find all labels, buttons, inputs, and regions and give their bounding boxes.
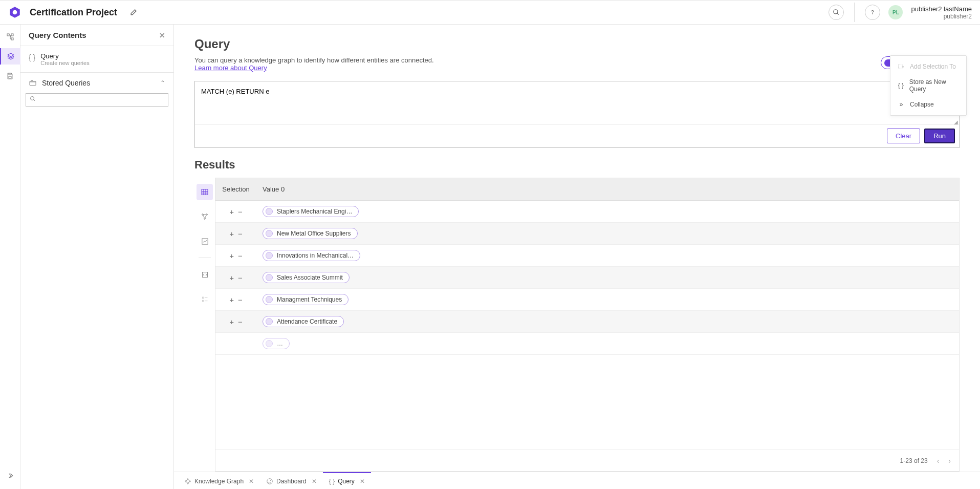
svg-point-30: [187, 482, 188, 483]
tab-label: Query: [338, 478, 355, 485]
page-prev-icon[interactable]: ‹: [937, 457, 940, 465]
stored-queries-header[interactable]: Stored Queries ⌃: [20, 73, 173, 93]
stored-queries-search-input[interactable]: [26, 93, 168, 107]
popover-store-query-label: Store as New Query: [909, 78, 959, 93]
selection-cell: +−: [215, 201, 256, 223]
project-title: Certification Project: [30, 7, 117, 18]
add-icon[interactable]: +: [229, 317, 234, 326]
entity-pill[interactable]: Managment Techniques: [263, 294, 349, 305]
braces-icon: { }: [329, 478, 335, 485]
sidebar-item-query[interactable]: { } Query Create new queries: [20, 46, 173, 73]
sidebar-panel: Query Contents ✕ { } Query Create new qu…: [20, 25, 174, 489]
entity-label: Managment Techniques: [277, 296, 342, 303]
divider: [854, 3, 855, 22]
close-icon[interactable]: ✕: [312, 478, 317, 485]
entity-dot-icon: [266, 340, 273, 347]
tab-label: Dashboard: [276, 478, 307, 485]
dashboard-icon: [266, 478, 273, 485]
remove-icon[interactable]: −: [238, 229, 243, 238]
add-icon[interactable]: +: [229, 229, 234, 238]
close-icon[interactable]: ✕: [360, 478, 365, 485]
rail-item-save[interactable]: [2, 68, 18, 84]
edit-icon[interactable]: [129, 9, 137, 16]
svg-rect-8: [9, 73, 11, 74]
entity-dot-icon: [266, 230, 273, 237]
column-header-value0: Value 0: [256, 178, 959, 201]
remove-icon[interactable]: −: [238, 295, 243, 304]
learn-more-link[interactable]: Learn more about Query: [194, 64, 267, 72]
view-table-icon[interactable]: [197, 184, 213, 200]
results-title: Results: [194, 158, 960, 172]
entity-pill[interactable]: Attendance Certificate: [263, 316, 344, 327]
svg-rect-24: [202, 300, 204, 302]
left-rail: [0, 25, 20, 489]
tab-dashboard[interactable]: Dashboard✕: [260, 472, 323, 490]
table-footer: 1-23 of 23 ‹ ›: [215, 450, 959, 471]
clear-button[interactable]: Clear: [887, 129, 920, 143]
add-icon[interactable]: +: [229, 207, 234, 216]
remove-icon[interactable]: −: [238, 207, 243, 216]
search-icon: [30, 96, 36, 102]
tab-label: Knowledge Graph: [194, 478, 244, 485]
rail-item-tree[interactable]: [2, 29, 18, 45]
add-icon[interactable]: +: [229, 251, 234, 260]
selection-cell: +−: [215, 267, 256, 289]
collapse-icon: »: [898, 101, 905, 108]
entity-label: Sales Associate Summit: [277, 274, 343, 281]
run-button[interactable]: Run: [924, 129, 955, 143]
help-icon[interactable]: [865, 5, 880, 20]
entity-label: New Metal Office Suppliers: [277, 230, 351, 237]
stored-queries-label: Stored Queries: [42, 79, 90, 87]
svg-point-29: [189, 480, 190, 481]
svg-point-2: [834, 10, 838, 14]
tab-knowledge-graph[interactable]: Knowledge Graph✕: [178, 472, 260, 490]
svg-point-28: [187, 478, 188, 479]
entity-pill[interactable]: …: [263, 338, 290, 349]
divider: [199, 258, 211, 258]
close-icon[interactable]: ✕: [249, 478, 254, 485]
popover-collapse[interactable]: » Collapse: [890, 97, 966, 112]
popover-collapse-label: Collapse: [910, 101, 934, 108]
view-list-icon[interactable]: [197, 291, 213, 307]
entity-pill[interactable]: Sales Associate Summit: [263, 272, 350, 283]
svg-point-11: [31, 97, 34, 100]
user-info[interactable]: publisher2 lastName publisher2: [911, 5, 972, 20]
add-icon[interactable]: +: [229, 273, 234, 282]
remove-icon[interactable]: −: [238, 273, 243, 282]
close-icon[interactable]: ✕: [159, 31, 165, 39]
entity-dot-icon: [266, 318, 273, 325]
add-icon[interactable]: +: [229, 295, 234, 304]
sidebar-item-label: Query: [40, 52, 89, 60]
view-graph-icon[interactable]: [197, 208, 213, 225]
remove-icon[interactable]: −: [238, 251, 243, 260]
query-textarea[interactable]: [195, 81, 959, 122]
popover-add-selection: Add Selection To: [890, 59, 966, 74]
search-icon[interactable]: [829, 5, 844, 20]
main-area: Query You can query a knowledge graph to…: [174, 25, 980, 489]
table-row: +−Attendance Certificate: [215, 311, 959, 333]
value-cell: Staplers Mechanical Engi…: [256, 201, 959, 223]
results-table: Selection Value 0 +−Staplers Mechanical …: [215, 178, 960, 472]
remove-icon[interactable]: −: [238, 317, 243, 326]
user-sub: publisher2: [911, 13, 972, 20]
entity-pill[interactable]: Staplers Mechanical Engi…: [263, 206, 359, 217]
entity-pill[interactable]: New Metal Office Suppliers: [263, 228, 358, 239]
selection-cell: +−: [215, 311, 256, 333]
app-header: Certification Project PL publisher2 last…: [0, 0, 980, 25]
add-selection-icon: [898, 63, 905, 70]
view-chart-icon[interactable]: [197, 233, 213, 249]
value-cell: …: [256, 333, 959, 355]
sidebar-title-text: Query Contents: [29, 31, 86, 39]
entity-pill[interactable]: Innovations in Mechanical…: [263, 250, 360, 261]
tab-query[interactable]: { }Query✕: [323, 472, 371, 490]
entity-label: …: [277, 340, 283, 347]
braces-icon: { }: [898, 82, 904, 89]
rail-expand-icon[interactable]: [2, 467, 18, 484]
popover-store-query[interactable]: { } Store as New Query: [890, 74, 966, 97]
app-logo[interactable]: [8, 6, 21, 19]
view-code-icon[interactable]: [197, 266, 213, 283]
rail-item-layers[interactable]: [0, 48, 20, 65]
avatar[interactable]: PL: [888, 5, 903, 19]
page-next-icon[interactable]: ›: [948, 457, 951, 465]
svg-rect-13: [202, 189, 208, 195]
